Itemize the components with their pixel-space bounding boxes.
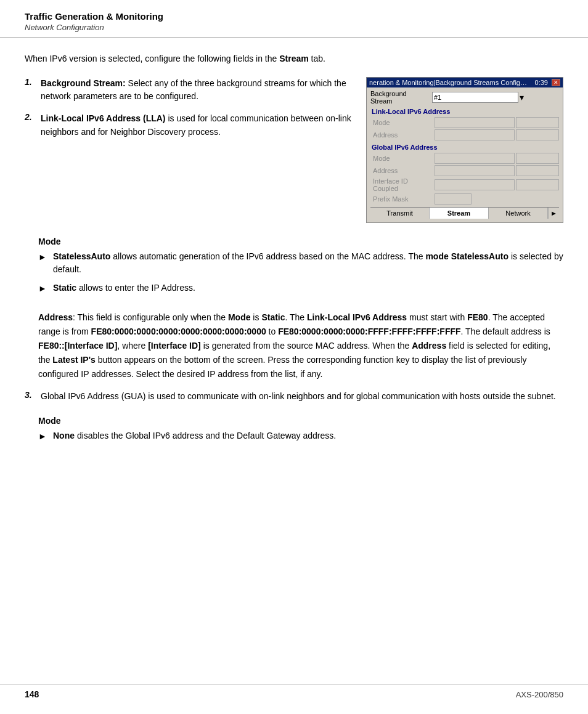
address-label-2: Address bbox=[373, 167, 435, 174]
address-label-1: Address bbox=[373, 131, 435, 139]
intro-text: When IPv6 version is selected, configure… bbox=[25, 54, 279, 63]
address-row-2: Address bbox=[373, 165, 559, 176]
addr-bold5: FE80 bbox=[467, 312, 488, 322]
mode-row-1: Mode bbox=[373, 117, 559, 128]
bg-stream-dropdown[interactable]: ▾ bbox=[520, 92, 524, 102]
addr-bold11: Latest IP's bbox=[52, 355, 95, 365]
bg-stream-input[interactable] bbox=[432, 92, 518, 103]
mode-input-1 bbox=[435, 117, 515, 128]
bullet-statelessauto: ► StatelessAuto allows automatic generat… bbox=[38, 250, 563, 277]
mode-section-1: Mode ► StatelessAuto allows automatic ge… bbox=[38, 237, 563, 301]
addr-bold10: Address bbox=[412, 341, 446, 351]
bullet-arrow-1: ► bbox=[38, 251, 48, 264]
addr-bold7: FE80:0000:0000:0000:FFFF:FFFF:FFFF:FFFF bbox=[278, 327, 460, 336]
interface-id-row: Interface ID Coupled bbox=[373, 177, 559, 192]
bullet2-bold: Static bbox=[53, 283, 76, 293]
list1-bold: Background Stream: bbox=[41, 78, 126, 88]
mode-row-2: Mode bbox=[373, 153, 559, 164]
list-number-1: 1. bbox=[25, 77, 38, 103]
addr-bold1: Address bbox=[38, 312, 73, 322]
mode-title-1: Mode bbox=[38, 237, 563, 246]
intro-paragraph: When IPv6 version is selected, configure… bbox=[25, 52, 530, 66]
list-content-1: Background Stream: Select any of the thr… bbox=[41, 77, 354, 103]
mode-label-1: Mode bbox=[373, 119, 435, 126]
bullet1-text: StatelessAuto allows automatic generatio… bbox=[53, 250, 563, 277]
screenshot-titlebar: neration & Monitoring|Background Streams… bbox=[367, 78, 563, 87]
intro-bold: Stream bbox=[279, 54, 308, 63]
list-item-1: 1. Background Stream: Select any of the … bbox=[25, 77, 354, 103]
bullet1-bold2: mode StatelessAuto bbox=[425, 251, 508, 261]
titlebar-text: neration & Monitoring|Background Streams… bbox=[369, 79, 527, 86]
header-subtitle: Network Configuration bbox=[25, 23, 563, 32]
tab-transmit[interactable]: Transmit bbox=[370, 208, 430, 219]
main-content: When IPv6 version is selected, configure… bbox=[0, 38, 588, 478]
link-local-fields: Mode Address bbox=[373, 117, 559, 140]
list-content-3: Global IPv6 Address (GUA) is used to com… bbox=[41, 390, 563, 404]
list2-bold: Link-Local IPv6 Address (LLA) bbox=[41, 113, 166, 123]
global-fields: Mode Address Interface ID Coupled bbox=[373, 153, 559, 205]
list-number-3: 3. bbox=[25, 390, 38, 404]
tab-network[interactable]: Network bbox=[489, 208, 548, 219]
bullet3-bold: None bbox=[53, 431, 75, 440]
list-item-3: 3. Global IPv6 Address (GUA) is used to … bbox=[25, 390, 563, 404]
bullet2-text: Static allows to enter the IP Address. bbox=[53, 282, 195, 295]
product-name: AXS-200/850 bbox=[516, 690, 563, 699]
prefix-mask-label: Prefix Mask bbox=[373, 195, 435, 203]
bullet-arrow-3: ► bbox=[38, 430, 48, 444]
intro-text2: tab. bbox=[309, 54, 325, 63]
list-number-2: 2. bbox=[25, 112, 38, 139]
screenshot-footer: Transmit Stream Network ► bbox=[370, 207, 559, 219]
address-row-1: Address bbox=[373, 129, 559, 140]
mode-title-3: Mode bbox=[38, 416, 563, 426]
bullet-none: ► None disables the Global IPv6 address … bbox=[38, 429, 563, 444]
addr-bold3: Static bbox=[261, 312, 285, 322]
list3-text: Global IPv6 Address (GUA) is used to com… bbox=[41, 391, 556, 401]
addr-bold4: Link-Local IPv6 Address bbox=[307, 312, 407, 322]
bg-stream-label: Background Stream bbox=[370, 90, 432, 105]
bullet-arrow-2: ► bbox=[38, 282, 48, 296]
close-button[interactable]: ✕ bbox=[552, 79, 560, 86]
bullet-static: ► Static allows to enter the IP Address. bbox=[38, 282, 563, 296]
addr-bold6: FE80:0000:0000:0000:0000:0000:0000:0000 bbox=[91, 327, 266, 336]
addr-bold9: [Interface ID] bbox=[148, 341, 201, 351]
tab-stream[interactable]: Stream bbox=[430, 208, 489, 219]
list-content-2: Link-Local IPv6 Address (LLA) is used fo… bbox=[41, 112, 354, 139]
mode-label-2: Mode bbox=[373, 155, 435, 162]
header-title: Traffic Generation & Monitoring bbox=[25, 11, 563, 22]
page-footer: 148 AXS-200/850 bbox=[0, 684, 588, 699]
link-local-section-label: Link-Local IPv6 Address bbox=[370, 107, 559, 116]
bg-stream-row: Background Stream ▾ bbox=[370, 90, 559, 105]
addr-bold8: FE80::[Interface ID] bbox=[38, 341, 117, 351]
titlebar-controls: 0:39 ✕ bbox=[535, 79, 560, 86]
mode-section-3: Mode ► None disables the Global IPv6 add… bbox=[38, 416, 563, 448]
addr-bold2: Mode bbox=[228, 312, 251, 322]
page-number: 148 bbox=[25, 689, 39, 699]
interface-id-label: Interface ID Coupled bbox=[373, 177, 435, 192]
global-section-label: Global IPv6 Address bbox=[370, 143, 559, 152]
prefix-mask-row: Prefix Mask bbox=[373, 193, 559, 205]
address-paragraph: Address: This field is configurable only… bbox=[38, 310, 556, 381]
page-header: Traffic Generation & Monitoring Network … bbox=[0, 0, 588, 38]
list-item-2: 2. Link-Local IPv6 Address (LLA) is used… bbox=[25, 112, 354, 139]
screenshot-body: Background Stream ▾ Link-Local IPv6 Addr… bbox=[367, 87, 563, 222]
titlebar-time: 0:39 bbox=[535, 79, 548, 86]
bullet3-text: None disables the Global IPv6 address an… bbox=[53, 429, 336, 443]
footer-arrow[interactable]: ► bbox=[548, 208, 559, 219]
screenshot-panel: neration & Monitoring|Background Streams… bbox=[366, 77, 563, 223]
bullet1-bold: StatelessAuto bbox=[53, 251, 110, 261]
